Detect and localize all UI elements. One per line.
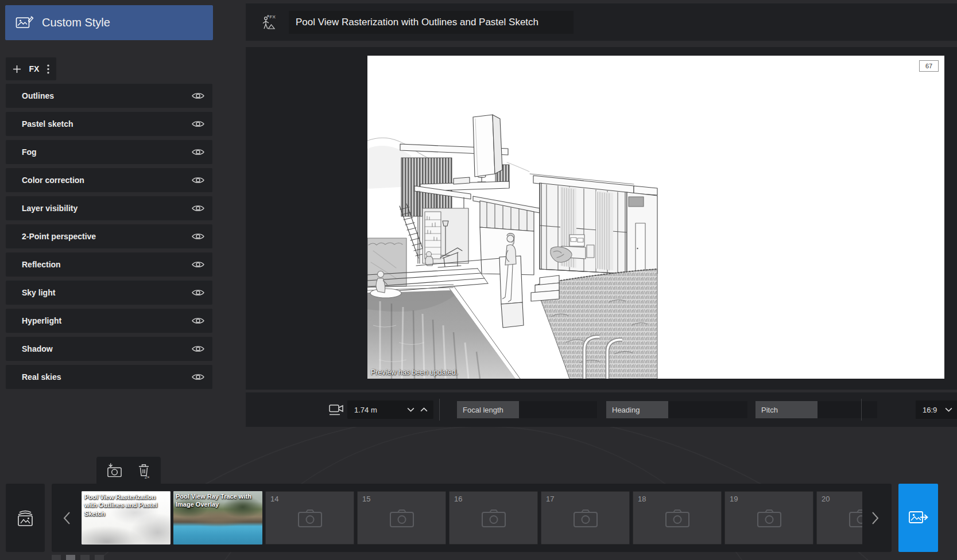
slot-number: 20 (822, 495, 830, 503)
photo-mode-button[interactable] (6, 484, 45, 552)
visibility-eye-icon[interactable] (192, 232, 204, 240)
chevron-down-icon (945, 407, 952, 412)
preview-panel: 67 Preview has been updated. (246, 47, 957, 390)
photo-thumbnail[interactable]: Pool View Ray Trace with Image Overlay (173, 491, 262, 545)
slot-number: 15 (362, 495, 370, 503)
visibility-eye-icon[interactable] (192, 317, 204, 325)
svg-text:FX: FX (270, 14, 276, 20)
thumbnail-caption: Pool View Rasterization with Outlines an… (82, 492, 170, 519)
effect-row-layer-visibility[interactable]: Layer visibility (6, 196, 212, 220)
effect-row-real-skies[interactable]: Real skies (6, 365, 212, 389)
chevron-right-icon (871, 511, 879, 525)
effect-label: Reflection (22, 260, 61, 269)
empty-photo-slot[interactable]: 17 (541, 491, 630, 545)
height-increase-chevron-up-icon[interactable] (420, 407, 428, 412)
add-effect-button[interactable]: FX (6, 57, 56, 80)
empty-photo-slot[interactable]: 15 (357, 491, 446, 545)
effect-label: Shadow (22, 344, 53, 353)
scroll-left-button[interactable] (55, 484, 78, 552)
aspect-ratio-select[interactable]: 16:9 (916, 400, 957, 419)
effect-label: 2-Point perspective (22, 232, 96, 241)
empty-photo-slot[interactable]: 19 (724, 491, 813, 545)
scroll-right-button[interactable] (864, 484, 887, 552)
effect-row-shadow[interactable]: Shadow (6, 337, 212, 361)
chevron-down-icon[interactable] (407, 407, 414, 412)
heading-input[interactable] (668, 401, 747, 418)
slot-number: 18 (638, 495, 646, 503)
divider (861, 399, 862, 421)
photo-stack-icon (14, 508, 36, 528)
photo-counter-badge: 67 (919, 60, 939, 72)
focal-length-input[interactable] (519, 401, 597, 418)
effect-row-pastel-sketch[interactable]: Pastel sketch (6, 112, 212, 136)
camera-placeholder-icon (481, 508, 507, 528)
page-dot[interactable] (52, 555, 61, 560)
camera-placeholder-icon (389, 508, 415, 528)
visibility-eye-icon[interactable] (192, 92, 204, 100)
effect-label: Real skies (22, 372, 61, 382)
slot-number: 17 (546, 495, 554, 503)
effect-label: Hyperlight (22, 316, 61, 325)
trash-icon: 2× (137, 462, 152, 479)
camera-placeholder-icon (572, 508, 599, 528)
camera-placeholder-icon (848, 508, 863, 528)
custom-style-title: Custom Style (42, 16, 110, 29)
empty-photo-slot[interactable]: 18 (633, 491, 722, 545)
custom-style-header[interactable]: Custom Style (5, 5, 213, 40)
heading-label: Heading (606, 401, 668, 418)
effect-row-hyperlight[interactable]: Hyperlight (6, 309, 212, 333)
camera-controls-bar: 1.74 m Focal length Heading Pitch 16:9 (246, 392, 957, 427)
effect-label: Outlines (22, 91, 54, 100)
thumbnail-caption: Pool View Ray Trace with Image Overlay (173, 491, 262, 510)
visibility-eye-icon[interactable] (192, 148, 204, 156)
delete-photo-button[interactable]: 2× (137, 462, 152, 479)
render-preview[interactable]: 67 Preview has been updated. (367, 56, 944, 379)
effect-row-reflection[interactable]: Reflection (6, 252, 212, 277)
camera-height-select[interactable]: 1.74 m (347, 400, 433, 419)
visibility-eye-icon[interactable] (192, 120, 204, 128)
thumbnail-actions-toolbar: 2× (96, 457, 161, 484)
photo-export-icon (908, 510, 929, 527)
page-dot[interactable] (95, 555, 104, 560)
slot-number: 19 (730, 495, 738, 503)
visibility-eye-icon[interactable] (192, 289, 204, 297)
empty-photo-slot[interactable]: 16 (449, 491, 538, 545)
page-dot[interactable] (80, 555, 90, 560)
effect-row-color-correction[interactable]: Color correction (6, 168, 212, 192)
pitch-input[interactable] (817, 401, 877, 418)
effect-label: Fog (22, 147, 37, 157)
visibility-eye-icon[interactable] (192, 260, 204, 269)
svg-text:2×: 2× (145, 474, 150, 479)
slot-number: 16 (454, 495, 462, 503)
camera-placeholder-icon (297, 508, 323, 528)
effect-row-fog[interactable]: Fog (6, 140, 212, 164)
thumbnail-strip: Pool View Rasterization with Outlines an… (82, 491, 862, 545)
camera-height-value: 1.74 m (354, 406, 407, 414)
render-photo-button[interactable] (898, 484, 938, 552)
page-dot-active[interactable] (66, 555, 75, 560)
app-root: Custom Style FX Outlines Pastel sketch F… (0, 0, 957, 560)
empty-photo-slot[interactable]: 20 (816, 491, 862, 545)
pitch-label: Pitch (755, 401, 817, 418)
focal-length-field: Focal length (457, 401, 597, 418)
photo-title-input[interactable] (289, 11, 574, 34)
pitch-field: Pitch (755, 401, 877, 418)
effect-row-2-point-perspective[interactable]: 2-Point perspective (6, 224, 212, 248)
empty-photo-slot[interactable]: 14 (265, 491, 354, 545)
visibility-eye-icon[interactable] (192, 176, 204, 184)
visibility-eye-icon[interactable] (192, 204, 204, 212)
camera-placeholder-icon (664, 508, 691, 528)
fx-button-label: FX (29, 64, 40, 73)
aspect-ratio-value: 16:9 (923, 406, 937, 414)
visibility-eye-icon[interactable] (192, 345, 204, 353)
effect-row-sky-light[interactable]: Sky light (6, 281, 212, 305)
store-camera-button[interactable] (106, 462, 123, 478)
heading-field: Heading (606, 401, 747, 418)
kebab-menu-icon[interactable] (47, 64, 49, 74)
photo-thumbnail-selected[interactable]: Pool View Rasterization with Outlines an… (82, 491, 171, 545)
effect-row-outlines[interactable]: Outlines (6, 84, 212, 108)
visibility-eye-icon[interactable] (192, 373, 204, 381)
photo-fx-icon: FX (261, 13, 280, 32)
sketch-render-image (367, 56, 944, 379)
focal-length-label: Focal length (457, 401, 519, 418)
